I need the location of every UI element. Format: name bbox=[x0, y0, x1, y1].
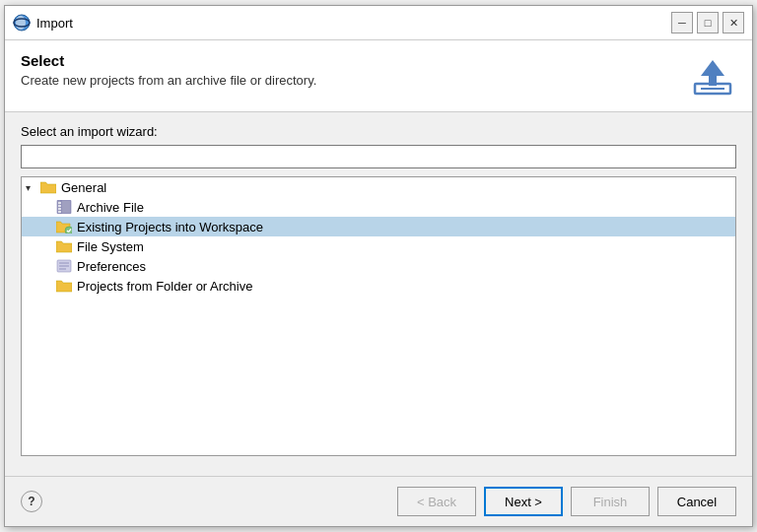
tree-label-archive-file: Archive File bbox=[77, 200, 144, 215]
preferences-icon bbox=[55, 258, 73, 274]
projects-folder-icon bbox=[55, 278, 73, 294]
svg-point-1 bbox=[16, 16, 26, 30]
minimize-button[interactable]: ─ bbox=[671, 12, 693, 33]
button-bar: ? < Back Next > Finish Cancel bbox=[5, 477, 752, 526]
tree-item-archive-file[interactable]: Archive File bbox=[22, 197, 735, 217]
tree-item-general[interactable]: ▾ General bbox=[22, 177, 735, 197]
app-icon bbox=[13, 14, 31, 32]
header-section: Select Create new projects from an archi… bbox=[5, 40, 752, 112]
tree-label-existing-projects: Existing Projects into Workspace bbox=[77, 220, 263, 234]
folder-icon-general bbox=[39, 179, 57, 195]
svg-marker-4 bbox=[701, 60, 724, 86]
svg-rect-9 bbox=[58, 205, 61, 207]
maximize-button[interactable]: □ bbox=[697, 12, 719, 33]
header-description: Create new projects from an archive file… bbox=[21, 73, 316, 88]
tree-label-general: General bbox=[61, 180, 106, 195]
content-area: Select an import wizard: ▾ General bbox=[5, 112, 752, 468]
file-system-icon bbox=[55, 238, 73, 254]
header-text: Select Create new projects from an archi… bbox=[21, 52, 316, 88]
svg-rect-10 bbox=[58, 208, 61, 210]
tree-item-projects-folder[interactable]: Projects from Folder or Archive bbox=[22, 276, 735, 296]
expand-icon-general: ▾ bbox=[26, 182, 39, 193]
import-icon bbox=[689, 52, 736, 100]
tree-container: ▾ General bbox=[21, 176, 736, 456]
svg-rect-11 bbox=[58, 211, 61, 213]
back-button[interactable]: < Back bbox=[397, 487, 476, 516]
tree-label-projects-folder: Projects from Folder or Archive bbox=[77, 279, 252, 294]
close-button[interactable]: ✕ bbox=[723, 12, 744, 33]
tree-item-existing-projects[interactable]: Existing Projects into Workspace bbox=[22, 217, 735, 236]
tree-label-file-system: File System bbox=[77, 239, 144, 254]
window-controls: ─ □ ✕ bbox=[671, 12, 744, 33]
tree-item-file-system[interactable]: File System bbox=[22, 236, 735, 256]
wizard-label: Select an import wizard: bbox=[21, 124, 736, 139]
svg-rect-8 bbox=[58, 202, 61, 204]
import-dialog: Import ─ □ ✕ Select Create new projects … bbox=[4, 5, 753, 527]
svg-point-12 bbox=[65, 227, 72, 233]
archive-file-icon bbox=[55, 199, 73, 215]
tree-list[interactable]: ▾ General bbox=[22, 177, 735, 455]
help-button[interactable]: ? bbox=[21, 491, 42, 512]
finish-button[interactable]: Finish bbox=[571, 487, 650, 516]
search-input[interactable] bbox=[21, 145, 736, 168]
header-heading: Select bbox=[21, 52, 316, 69]
next-button[interactable]: Next > bbox=[484, 487, 563, 516]
dialog-title: Import bbox=[36, 16, 671, 31]
tree-label-preferences: Preferences bbox=[77, 259, 146, 274]
cancel-button[interactable]: Cancel bbox=[657, 487, 736, 516]
title-bar: Import ─ □ ✕ bbox=[5, 6, 752, 40]
existing-projects-icon bbox=[55, 219, 73, 234]
tree-item-preferences[interactable]: Preferences bbox=[22, 256, 735, 276]
